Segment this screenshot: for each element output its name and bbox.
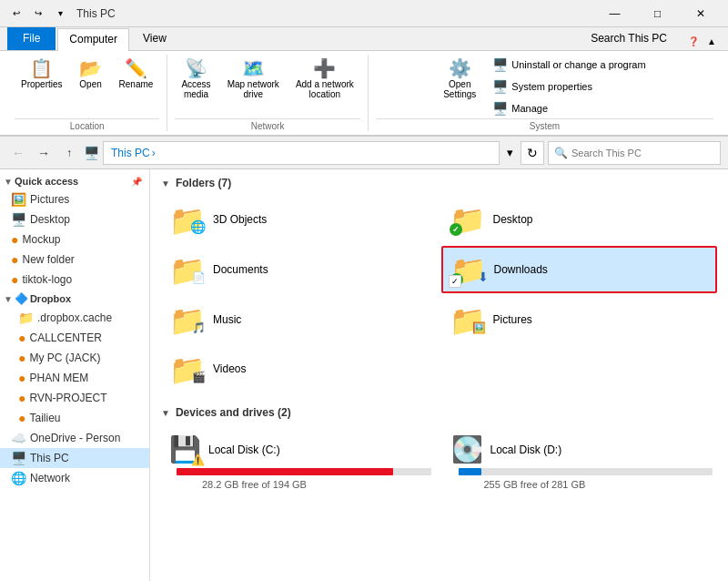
sidebar-item-tiktok[interactable]: ● tiktok-logo (0, 270, 149, 290)
folder-item-desktop[interactable]: 📁 ✓ Desktop (441, 197, 718, 242)
folders-expand-icon: ▼ (161, 178, 170, 189)
properties-button[interactable]: 📋 Properties (15, 55, 69, 94)
quick-access-undo[interactable]: ↩ (7, 5, 25, 23)
mypc-icon: ● (18, 351, 25, 365)
folder-overlay-pictures: 🖼️ (472, 321, 486, 334)
quick-access-customize[interactable]: ▾ (51, 5, 69, 23)
devices-section-header[interactable]: ▼ Devices and drives (2) (161, 406, 717, 419)
rename-icon: ✏️ (125, 59, 147, 77)
folder-item-music[interactable]: 📁 🎵 Music (161, 297, 438, 342)
collapse-ribbon-button[interactable]: ▲ (703, 32, 721, 50)
network-icon: 🌐 (11, 471, 26, 485)
system-props-icon: 🖥️ (492, 79, 508, 94)
sidebar-item-tailieu[interactable]: ● Tailieu (0, 408, 149, 428)
manage-button[interactable]: 🖥️ Manage (486, 98, 652, 118)
sidebar-item-dropbox-cache[interactable]: 📁 .dropbox.cache (0, 308, 149, 328)
sidebar-mockup-label: Mockup (22, 233, 60, 246)
sidebar-item-callcenter[interactable]: ● CALLCENTER (0, 328, 149, 348)
title-bar: ↩ ↪ ▾ This PC — □ ✕ (0, 0, 728, 27)
folder-icon-wrap-3d: 📁 🌐 (169, 203, 206, 236)
folder-item-documents[interactable]: 📁 📄 Documents (161, 246, 438, 293)
help-button[interactable]: ❓ (684, 32, 703, 50)
address-path[interactable]: This PC › (103, 141, 500, 165)
main-layout: ▼ Quick access 📌 🖼️ Pictures 🖥️ Desktop … (0, 169, 728, 581)
sidebar-item-network[interactable]: 🌐 Network (0, 468, 149, 488)
warning-icon-c: ⚠️ (191, 454, 205, 466)
tab-computer[interactable]: Computer (57, 28, 129, 51)
ribbon: File Computer View Search This PC ❓ ▲ 📋 … (0, 27, 728, 137)
device-item-d[interactable]: 💽 Local Disk (D:) 255 GB free of 281 GB (443, 426, 718, 498)
quick-access-redo[interactable]: ↪ (29, 5, 47, 23)
tab-search[interactable]: Search This PC (579, 27, 679, 50)
tiktok-icon: ● (11, 272, 18, 287)
folder-name-pictures: Pictures (493, 313, 532, 326)
devices-expand-icon: ▼ (161, 408, 170, 418)
sidebar-item-new-folder[interactable]: ● New folder (0, 250, 149, 270)
folder-item-videos[interactable]: 📁 🎬 Videos (161, 346, 438, 392)
device-item-c[interactable]: 💾 ⚠️ Local Disk (C:) 28.2 GB free of 194… (161, 426, 436, 498)
folder-item-pictures[interactable]: 📁 🖼️ Pictures (441, 297, 718, 342)
sidebar-item-onedrive[interactable]: ☁️ OneDrive - Person (0, 428, 149, 448)
back-button[interactable]: ← (7, 142, 29, 164)
search-input[interactable] (571, 148, 714, 158)
sidebar-item-mypc[interactable]: ● My PC (JACK) (0, 348, 149, 368)
desktop-icon: 🖥️ (11, 212, 26, 227)
device-info-d: 255 GB free of 281 GB (451, 479, 710, 490)
pictures-icon: 🖼️ (11, 192, 26, 207)
sidebar-item-pictures[interactable]: 🖼️ Pictures (0, 189, 149, 209)
folder-item-downloads[interactable]: 📁 ⬇ ✓ ✓ Downloads (441, 246, 718, 293)
tailieu-icon: ● (18, 411, 25, 425)
sidebar-item-mockup[interactable]: ● Mockup (0, 229, 149, 250)
sidebar-dropbox-header[interactable]: ▼ 🔷 Dropbox (0, 290, 149, 308)
system-properties-button[interactable]: 🖥️ System properties (486, 76, 652, 97)
path-this-pc[interactable]: This PC (111, 147, 150, 159)
manage-icon: 🖥️ (492, 101, 508, 116)
forward-button[interactable]: → (33, 142, 55, 164)
minimize-button[interactable]: — (594, 0, 635, 27)
sidebar-item-rvn[interactable]: ● RVN-PROJECT (0, 388, 149, 408)
address-bar: ← → ↑ 🖥️ This PC › ▾ ↻ 🔍 (0, 137, 728, 169)
tab-view[interactable]: View (131, 27, 178, 50)
tab-file[interactable]: File (7, 27, 56, 50)
folder-icon-wrap-desktop: 📁 ✓ (450, 203, 486, 236)
ribbon-group-location-items: 📋 Properties 📂 Open ✏️ Rename (15, 55, 159, 118)
sidebar-item-this-pc[interactable]: 🖥️ This PC (0, 448, 149, 468)
open-button[interactable]: 📂 Open (73, 55, 109, 94)
window-controls: — □ ✕ (594, 0, 721, 27)
up-button[interactable]: ↑ (58, 142, 80, 164)
map-network-drive-button[interactable]: 🗺️ Map networkdrive (221, 55, 286, 104)
window-title: This PC (76, 7, 594, 20)
progress-bar-wrap-d (459, 468, 713, 475)
folder-name-documents: Documents (213, 263, 268, 276)
device-icon-c: 💾 ⚠️ (169, 434, 201, 464)
system-label: System (376, 118, 713, 131)
folder-item-3d-objects[interactable]: 📁 🌐 3D Objects (161, 197, 438, 242)
access-media-button[interactable]: 📡 Accessmedia (175, 55, 217, 104)
devices-label: Devices and drives (2) (176, 406, 291, 419)
folder-name-desktop: Desktop (493, 213, 533, 226)
sidebar-quick-access-header[interactable]: ▼ Quick access 📌 (0, 173, 149, 189)
close-button[interactable]: ✕ (680, 0, 721, 27)
device-icon-d: 💽 (451, 434, 483, 464)
device-info-c: 28.2 GB free of 194 GB (169, 479, 428, 490)
map-network-icon: 🗺️ (242, 59, 265, 77)
pin-icon: 📌 (131, 177, 142, 187)
folders-grid: 📁 🌐 3D Objects 📁 ✓ Desktop 📁 📄 D (161, 197, 717, 392)
ribbon-tabs: File Computer View Search This PC ❓ ▲ (0, 27, 728, 50)
folder-name-downloads: Downloads (494, 263, 548, 276)
uninstall-button[interactable]: 🖥️ Uninstall or change a program (486, 55, 652, 75)
folder-overlay-documents: 📄 (192, 271, 206, 284)
folders-section-header[interactable]: ▼ Folders (7) (161, 177, 717, 189)
device-progress-c (169, 468, 428, 475)
open-settings-button[interactable]: ⚙️ OpenSettings (437, 55, 482, 104)
maximize-button[interactable]: □ (637, 0, 678, 27)
this-pc-icon: 🖥️ (11, 451, 26, 465)
search-box[interactable]: 🔍 (548, 141, 721, 165)
sidebar-item-desktop[interactable]: 🖥️ Desktop (0, 209, 149, 229)
sidebar-item-phan-mem[interactable]: ● PHAN MEM (0, 368, 149, 388)
refresh-button[interactable]: ↻ (521, 141, 544, 165)
rename-button[interactable]: ✏️ Rename (113, 55, 160, 94)
address-dropdown-button[interactable]: ▾ (503, 146, 517, 159)
breadcrumb-icon[interactable]: 🖥️ (84, 146, 99, 160)
add-network-location-button[interactable]: ➕ Add a networklocation (289, 55, 360, 104)
